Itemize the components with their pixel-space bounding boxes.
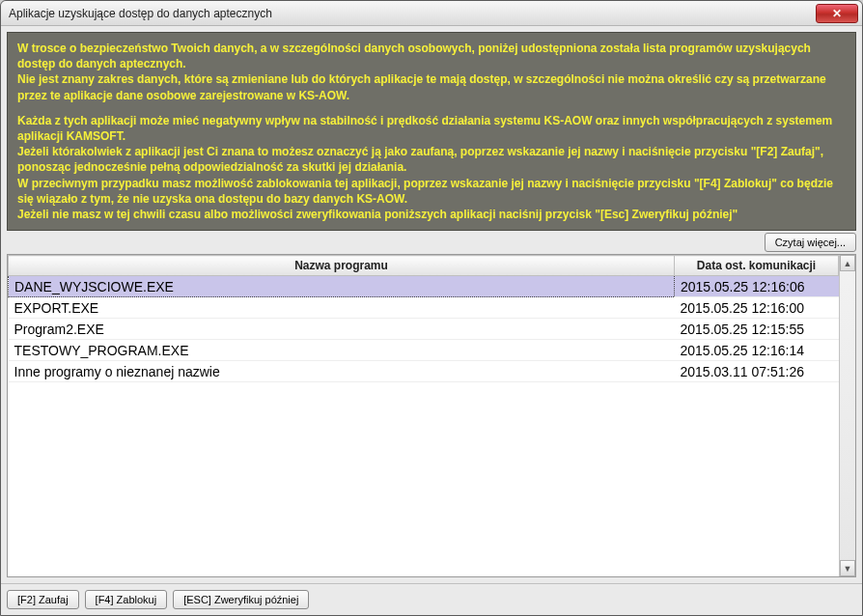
col-header-name[interactable]: Nazwa programu — [9, 256, 675, 276]
cell-program-name: TESTOWY_PROGRAM.EXE — [9, 340, 675, 361]
read-more-row: Czytaj więcej... — [7, 231, 856, 254]
cell-last-communication: 2015.05.25 12:16:00 — [675, 297, 839, 319]
notice-paragraph-2: Każda z tych aplikacji może mieć negatyw… — [17, 113, 846, 222]
cell-program-name: EXPORT.EXE — [9, 297, 675, 319]
table-row[interactable]: EXPORT.EXE2015.05.25 12:16:00 — [9, 297, 839, 319]
window-title: Aplikacje uzyskujące dostęp do danych ap… — [9, 7, 816, 20]
verify-later-button[interactable]: [ESC] Zweryfikuj później — [173, 590, 309, 609]
programs-table-container: Nazwa programu Data ost. komunikacji DAN… — [7, 254, 856, 577]
cell-last-communication: 2015.05.25 12:15:55 — [675, 319, 839, 340]
cell-program-name: Inne programy o nieznanej nazwie — [9, 361, 675, 382]
cell-program-name: DANE_WYJSCIOWE.EXE — [9, 276, 675, 297]
table-row[interactable]: DANE_WYJSCIOWE.EXE2015.05.25 12:16:06 — [9, 276, 839, 297]
col-header-date[interactable]: Data ost. komunikacji — [675, 256, 839, 276]
close-button[interactable]: ✕ — [816, 4, 858, 23]
scroll-track[interactable] — [840, 271, 855, 560]
close-icon: ✕ — [832, 8, 842, 19]
cell-program-name: Program2.EXE — [9, 319, 675, 340]
scroll-down-arrow-icon[interactable]: ▼ — [840, 560, 855, 576]
programs-table-scroll: Nazwa programu Data ost. komunikacji DAN… — [8, 255, 839, 576]
table-row[interactable]: Inne programy o nieznanej nazwie2015.03.… — [9, 361, 839, 382]
scroll-up-arrow-icon[interactable]: ▲ — [840, 255, 855, 271]
cell-last-communication: 2015.03.11 07:51:26 — [675, 361, 839, 382]
content-area: W trosce o bezpieczeństwo Twoich danych,… — [1, 26, 862, 583]
table-row[interactable]: TESTOWY_PROGRAM.EXE2015.05.25 12:16:14 — [9, 340, 839, 361]
footer-buttons: [F2] Zaufaj [F4] Zablokuj [ESC] Zweryfik… — [1, 583, 862, 615]
warning-notice: W trosce o bezpieczeństwo Twoich danych,… — [7, 32, 856, 231]
titlebar: Aplikacje uzyskujące dostęp do danych ap… — [1, 1, 862, 26]
block-button[interactable]: [F4] Zablokuj — [85, 590, 168, 609]
read-more-button[interactable]: Czytaj więcej... — [765, 233, 856, 252]
cell-last-communication: 2015.05.25 12:16:06 — [675, 276, 839, 297]
trust-button[interactable]: [F2] Zaufaj — [7, 590, 79, 609]
dialog-window: Aplikacje uzyskujące dostęp do danych ap… — [0, 0, 863, 616]
vertical-scrollbar[interactable]: ▲ ▼ — [839, 255, 855, 576]
cell-last-communication: 2015.05.25 12:16:14 — [675, 340, 839, 361]
notice-paragraph-1: W trosce o bezpieczeństwo Twoich danych,… — [17, 41, 846, 103]
programs-table: Nazwa programu Data ost. komunikacji DAN… — [8, 255, 839, 382]
table-row[interactable]: Program2.EXE2015.05.25 12:15:55 — [9, 319, 839, 340]
